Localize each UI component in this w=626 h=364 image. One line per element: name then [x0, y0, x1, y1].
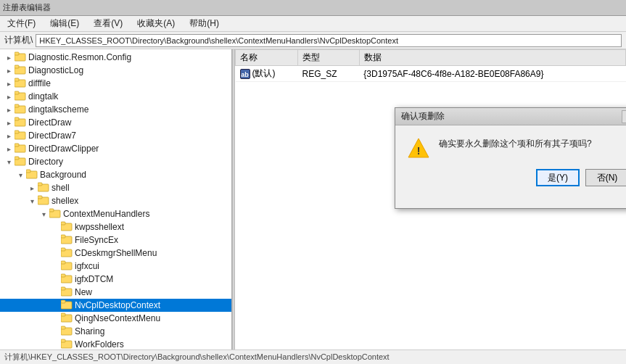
- tree-item-workfolders[interactable]: WorkFolders: [0, 338, 231, 349]
- menu-help[interactable]: 帮助(H): [185, 16, 223, 31]
- menu-bar: 文件(F) 编辑(E) 查看(V) 收藏夹(A) 帮助(H): [0, 16, 626, 32]
- svg-rect-13: [15, 131, 19, 133]
- svg-rect-11: [15, 117, 19, 120]
- tree-toggle-directdraw7: ▸: [3, 130, 15, 141]
- tree-item-shellex[interactable]: ▾ shellex: [0, 194, 231, 207]
- tree-item-dingtalkscheme[interactable]: ▸ dingtalkscheme: [0, 103, 231, 116]
- folder-icon: [38, 182, 49, 194]
- tree-item-difffile[interactable]: ▸ difffile: [0, 77, 231, 90]
- folder-icon: [15, 117, 26, 129]
- menu-file[interactable]: 文件(F): [3, 16, 40, 31]
- right-panel: 名称 类型 数据 ab (默认) REG_SZ{3D1975AF-48C6-4f…: [235, 49, 626, 349]
- tree-item-label: Sharing: [75, 326, 104, 336]
- tree-item-label: shell: [52, 183, 70, 193]
- tree-item-directdraw7[interactable]: ▸ DirectDraw7: [0, 129, 231, 142]
- folder-icon: [61, 234, 73, 247]
- folder-icon: [61, 326, 73, 338]
- tree-item-label: igfxcui: [75, 261, 99, 271]
- menu-favorites[interactable]: 收藏夹(A): [133, 16, 179, 31]
- tree-item-diagnostic-resmon[interactable]: ▸ Diagnostic.Resmon.Config: [0, 51, 231, 64]
- tree-toggle-shellex: ▾: [26, 195, 38, 207]
- tree-toggle-workfolders: [49, 339, 61, 349]
- folder-icon: [49, 208, 61, 220]
- folder-icon: [61, 299, 73, 312]
- svg-rect-9: [15, 104, 19, 107]
- folder-icon: [15, 130, 26, 142]
- tree-item-label: New: [75, 287, 92, 297]
- svg-rect-39: [61, 300, 65, 303]
- svg-rect-17: [15, 157, 19, 160]
- dialog-yes-button[interactable]: 是(Y): [536, 169, 580, 186]
- status-bar: 计算机\HKEY_CLASSES_ROOT\Directory\Backgrou…: [0, 349, 626, 364]
- tree-item-cdeskmgrshellmenu[interactable]: CDeskmgrShellMenu: [0, 247, 231, 260]
- tree-item-background[interactable]: ▾ Background: [0, 168, 231, 181]
- tree-item-directory[interactable]: ▾ Directory: [0, 155, 231, 168]
- folder-icon: [38, 195, 49, 207]
- tree-item-qingnsecontextmenu[interactable]: QingNseContextMenu: [0, 312, 231, 325]
- tree-toggle-cdeskmgrshellmenu: [49, 247, 61, 259]
- tree-item-diagnosticlog[interactable]: ▸ DiagnosticLog: [0, 64, 231, 77]
- svg-rect-7: [15, 91, 19, 94]
- svg-rect-27: [61, 222, 65, 225]
- tree-item-label: difffile: [28, 78, 51, 88]
- tree-item-igfxdtcm[interactable]: igfxDTCM: [0, 273, 231, 286]
- tree-toggle-shell: ▸: [26, 182, 38, 194]
- title-bar-text: 注册表编辑器: [3, 2, 623, 13]
- tree-item-label: Background: [40, 170, 86, 180]
- menu-view[interactable]: 查看(V): [89, 16, 127, 31]
- tree-item-shell[interactable]: ▸ shell: [0, 181, 231, 194]
- tree-toggle-directory: ▾: [3, 156, 15, 167]
- folder-icon: [61, 247, 73, 260]
- svg-rect-5: [15, 78, 19, 81]
- svg-rect-23: [38, 196, 42, 199]
- tree-item-label: WorkFolders: [75, 339, 124, 349]
- svg-rect-45: [61, 339, 65, 342]
- dialog-buttons: 是(Y) 否(N): [395, 169, 626, 195]
- folder-icon: [15, 104, 26, 116]
- tree-item-label: CDeskmgrShellMenu: [75, 248, 157, 258]
- tree-item-label: Diagnostic.Resmon.Config: [28, 52, 131, 62]
- tree-item-igfxcui[interactable]: igfxcui: [0, 260, 231, 273]
- tree-item-label: FileSyncEx: [75, 235, 118, 245]
- folder-icon: [15, 156, 26, 168]
- tree-item-contextmenuhandlers[interactable]: ▾ ContextMenuHandlers: [0, 207, 231, 220]
- tree-item-filesyncsex[interactable]: FileSyncEx: [0, 233, 231, 247]
- tree-item-kwpsshellext[interactable]: kwpsshellext: [0, 220, 231, 233]
- folder-icon: [61, 339, 73, 350]
- folder-icon: [61, 313, 73, 325]
- folder-icon: [61, 273, 73, 286]
- tree-item-label: igfxDTCM: [75, 274, 113, 284]
- dialog-message: 确实要永久删除这个项和所有其子项吗?: [439, 137, 626, 150]
- tree-item-dingtalk[interactable]: ▸ dingtalk: [0, 90, 231, 103]
- address-bar: 计算机\: [0, 32, 626, 49]
- svg-rect-41: [61, 313, 65, 316]
- tree-toggle-dingtalk: ▸: [3, 91, 15, 102]
- tree-item-label: ContextMenuHandlers: [63, 209, 149, 219]
- tree-item-label: DirectDraw: [28, 117, 71, 128]
- tree-item-label: DirectDraw7: [28, 131, 76, 141]
- dialog-no-button[interactable]: 否(N): [585, 169, 626, 186]
- tree-panel[interactable]: ▸ Diagnostic.Resmon.Config▸ DiagnosticLo…: [0, 49, 232, 349]
- tree-item-nvcpldesktopcontext[interactable]: NvCplDesktopContext: [0, 299, 231, 312]
- tree-item-directdraw[interactable]: ▸ DirectDraw: [0, 116, 231, 129]
- address-path-input[interactable]: [36, 34, 622, 47]
- tree-toggle-new: [49, 286, 61, 298]
- tree-toggle-nvcpldesktopcontext: [49, 299, 61, 311]
- tree-item-sharing[interactable]: Sharing: [0, 325, 231, 338]
- folder-icon: [61, 286, 73, 299]
- tree-item-new[interactable]: New: [0, 286, 231, 299]
- svg-rect-31: [61, 248, 65, 251]
- folder-icon: [15, 65, 26, 77]
- tree-toggle-diagnosticlog: ▸: [3, 65, 15, 76]
- svg-rect-1: [15, 52, 19, 55]
- tree-toggle-kwpsshellext: [49, 221, 61, 233]
- menu-edit[interactable]: 编辑(E): [46, 16, 83, 31]
- svg-rect-25: [49, 209, 54, 212]
- main-area: ▸ Diagnostic.Resmon.Config▸ DiagnosticLo…: [0, 49, 626, 349]
- tree-toggle-directdrawclipper: ▸: [3, 143, 15, 154]
- dialog-close-button[interactable]: ✕: [622, 110, 626, 123]
- tree-item-directdrawclipper[interactable]: ▸ DirectDrawClipper: [0, 142, 231, 155]
- warning-icon: !: [407, 137, 430, 160]
- folder-icon: [15, 78, 26, 90]
- svg-rect-3: [15, 65, 19, 68]
